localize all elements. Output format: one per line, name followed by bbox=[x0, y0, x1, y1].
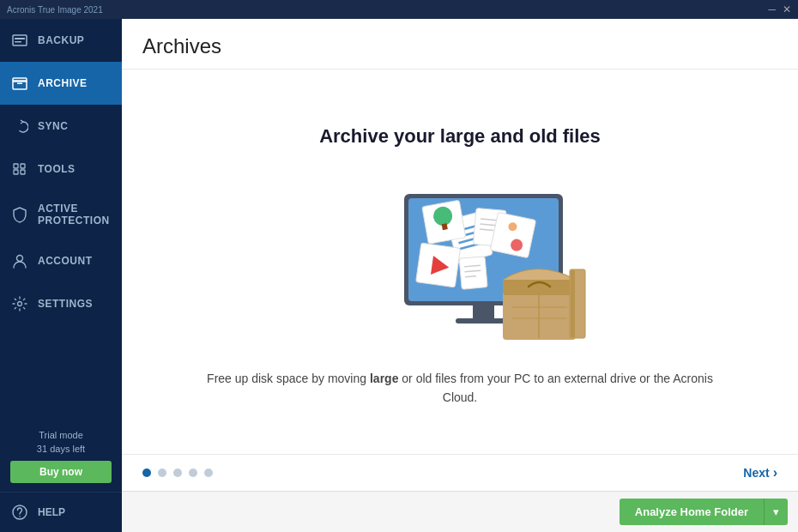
window-controls: ─ ✕ bbox=[768, 3, 791, 15]
analyze-home-folder-button[interactable]: Analyze Home Folder bbox=[620, 499, 765, 525]
chevron-down-icon: ▾ bbox=[773, 505, 779, 518]
archive-label: Archive bbox=[38, 77, 88, 89]
top-bar: Acronis True Image 2021 ─ ✕ bbox=[0, 0, 798, 19]
trial-section: Trial mode 31 days left Buy now bbox=[0, 420, 122, 492]
svg-rect-9 bbox=[21, 170, 25, 174]
dot-5[interactable] bbox=[204, 469, 213, 477]
svg-rect-0 bbox=[13, 35, 27, 45]
sync-label: Sync bbox=[38, 120, 68, 132]
page-title: Archives bbox=[142, 34, 777, 58]
main-layout: Backup Archive bbox=[0, 19, 798, 532]
active-protection-label: Active Protection bbox=[38, 203, 112, 227]
archive-intro: Archive your large and old files bbox=[122, 70, 798, 454]
content-area: Archives Archive your large and old file… bbox=[122, 19, 798, 532]
trial-text: Trial mode 31 days left bbox=[10, 429, 112, 456]
svg-rect-8 bbox=[21, 164, 25, 168]
dot-1[interactable] bbox=[142, 469, 151, 477]
help-icon bbox=[10, 503, 29, 522]
account-label: Account bbox=[38, 255, 93, 267]
sidebar-item-archive[interactable]: Archive bbox=[0, 62, 122, 105]
svg-point-13 bbox=[19, 516, 21, 517]
help-label: Help bbox=[38, 506, 65, 518]
archive-headline: Archive your large and old files bbox=[319, 125, 601, 148]
svg-rect-2 bbox=[15, 41, 21, 43]
svg-point-10 bbox=[17, 255, 23, 261]
next-label: Next bbox=[743, 466, 769, 480]
analyze-dropdown-button[interactable]: ▾ bbox=[765, 499, 788, 525]
svg-rect-39 bbox=[490, 212, 535, 257]
dot-2[interactable] bbox=[158, 469, 166, 477]
tools-label: Tools bbox=[38, 163, 76, 175]
svg-rect-6 bbox=[14, 164, 18, 168]
sidebar-spacer bbox=[0, 325, 122, 420]
sidebar-item-tools[interactable]: Tools bbox=[0, 148, 122, 190]
sidebar-item-sync[interactable]: Sync bbox=[0, 105, 122, 148]
svg-rect-43 bbox=[459, 256, 487, 288]
tools-icon bbox=[10, 160, 29, 178]
archive-nav-icon bbox=[10, 74, 29, 93]
backup-icon bbox=[10, 31, 29, 50]
svg-point-11 bbox=[18, 301, 22, 305]
minimize-icon[interactable]: ─ bbox=[768, 3, 776, 15]
sidebar: Backup Archive bbox=[0, 19, 122, 532]
svg-rect-34 bbox=[442, 223, 448, 230]
settings-icon bbox=[10, 294, 29, 313]
dot-3[interactable] bbox=[173, 469, 182, 477]
svg-rect-7 bbox=[14, 170, 18, 174]
settings-label: Settings bbox=[38, 298, 93, 310]
backup-label: Backup bbox=[38, 34, 84, 46]
analyze-bar: Analyze Home Folder ▾ bbox=[122, 491, 798, 532]
sidebar-item-help[interactable]: Help bbox=[0, 492, 122, 532]
next-chevron-icon: › bbox=[773, 465, 777, 481]
app-logo: Acronis True Image 2021 bbox=[7, 5, 103, 15]
svg-rect-4 bbox=[13, 78, 27, 82]
sidebar-item-active-protection[interactable]: Active Protection bbox=[0, 190, 122, 239]
close-icon[interactable]: ✕ bbox=[783, 3, 791, 15]
svg-rect-24 bbox=[571, 270, 575, 337]
archive-description: Free up disk space by moving large or ol… bbox=[194, 369, 726, 408]
bottom-bar: Next › bbox=[122, 454, 798, 491]
archive-illustration bbox=[323, 168, 597, 348]
account-icon bbox=[10, 251, 29, 270]
sidebar-item-backup[interactable]: Backup bbox=[0, 19, 122, 62]
trial-days-label: 31 days left bbox=[10, 443, 112, 456]
sidebar-item-account[interactable]: Account bbox=[0, 239, 122, 282]
app-wrapper: Acronis True Image 2021 ─ ✕ Backup bbox=[0, 0, 798, 532]
dot-indicators bbox=[142, 469, 213, 477]
svg-rect-5 bbox=[17, 83, 22, 85]
content-header: Archives bbox=[122, 19, 798, 70]
sync-icon bbox=[10, 117, 29, 136]
next-button[interactable]: Next › bbox=[743, 465, 777, 481]
sidebar-item-settings[interactable]: Settings bbox=[0, 282, 122, 325]
dot-4[interactable] bbox=[189, 469, 197, 477]
trial-mode-label: Trial mode bbox=[10, 429, 112, 442]
shield-icon bbox=[10, 205, 29, 224]
svg-rect-1 bbox=[15, 38, 25, 39]
buy-now-button[interactable]: Buy now bbox=[10, 461, 112, 483]
